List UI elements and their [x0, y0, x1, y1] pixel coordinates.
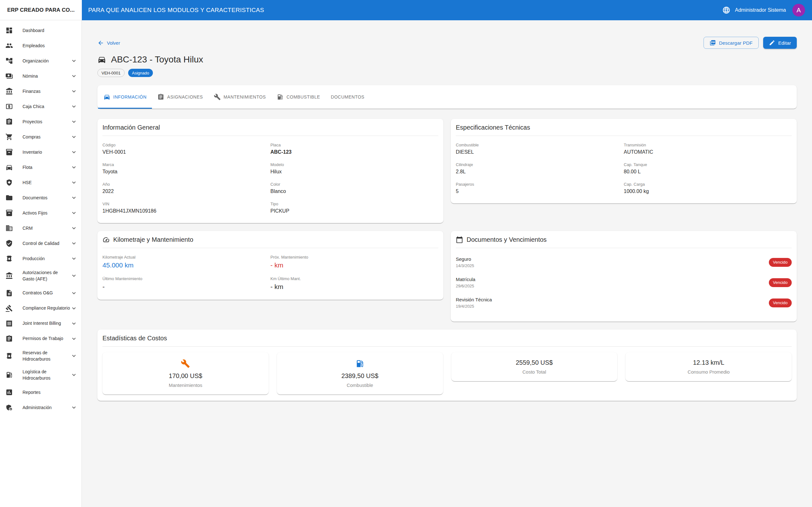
sidebar-item-flota[interactable]: Flota: [0, 160, 82, 175]
stats-row: 170,00 US$ Mantenimientos 2389,50 US$ Co…: [97, 347, 797, 401]
field-value: Blanco: [270, 188, 439, 194]
sidebar-item-hse[interactable]: HSE: [0, 175, 82, 190]
tech-specs-card: Especificaciones Técnicas Combustible DI…: [451, 119, 797, 204]
card-header: Especificaciones Técnicas: [451, 119, 797, 135]
sidebar-item-label: Organización: [22, 58, 70, 64]
sidebar-item-contratos-og[interactable]: Contratos O&G: [0, 285, 82, 301]
sidebar-item-label: Control de Calidad: [22, 240, 70, 246]
avatar[interactable]: A: [792, 4, 805, 16]
sidebar-item-jib[interactable]: Joint Interest Billing: [0, 316, 82, 331]
field-label: VIN: [102, 202, 270, 206]
field-label: Cap. Tanque: [624, 162, 792, 167]
sidebar-item-label: Compras: [22, 134, 70, 140]
sidebar-item-finanzas[interactable]: Finanzas: [0, 83, 82, 99]
field-label: Pasajeros: [456, 182, 624, 187]
chevron-down-icon: [70, 320, 78, 327]
document-name: Matrícula: [456, 277, 475, 282]
chevron-down-icon: [70, 149, 78, 156]
field-label: Combustible: [456, 143, 624, 147]
back-label: Volver: [107, 40, 120, 46]
back-link[interactable]: Volver: [97, 40, 120, 46]
field-placa: Placa ABC-123: [270, 143, 439, 155]
sidebar-item-label: Nómina: [22, 73, 70, 79]
sidebar-item-documentos[interactable]: Documentos: [0, 190, 82, 205]
field-transmision: Transmisión AUTOMATIC: [624, 143, 792, 155]
sidebar-item-compras[interactable]: Compras: [0, 129, 82, 145]
sidebar-item-organizacion[interactable]: Organización: [0, 53, 82, 68]
vehicle-code-chip: VEH-0001: [97, 69, 125, 77]
appbar-subtitle: PARA QUE ANALICEN LOS MODULOS Y CARACTER…: [88, 7, 264, 14]
field-value: 5: [456, 188, 624, 194]
field-value: 45.000 km: [102, 262, 270, 269]
sidebar-item-inventario[interactable]: Inventario: [0, 145, 82, 160]
sidebar-item-label: Documentos: [22, 194, 70, 201]
sidebar-item-control-calidad[interactable]: Control de Calidad: [0, 236, 82, 251]
chevron-down-icon: [70, 164, 78, 171]
field-km-actual: Kilometraje Actual 45.000 km: [102, 255, 270, 269]
field-ultimo-mant: Último Mantenimiento -: [102, 276, 270, 291]
avatar-initial: A: [797, 7, 801, 14]
tab-informacion[interactable]: INFORMACIÓN: [98, 85, 152, 109]
field-prox-mant: Próx. Mantenimiento - km: [270, 255, 439, 269]
sidebar-item-activos-fijos[interactable]: Activos Fijos: [0, 205, 82, 221]
sidebar-item-caja-chica[interactable]: Caja Chica: [0, 99, 82, 114]
field-anio: Año 2022: [102, 182, 270, 194]
field-marca: Marca Toyota: [102, 162, 270, 175]
sidebar-item-afe[interactable]: Autorizaciones de Gasto (AFE): [0, 266, 82, 285]
chevron-down-icon: [70, 352, 78, 359]
fuel-pump-icon: [5, 371, 13, 379]
sidebar-item-compliance[interactable]: Compliance Regulatorio: [0, 301, 82, 316]
tab-documentos[interactable]: DOCUMENTOS: [325, 85, 370, 109]
page-header-row: Volver Descargar PDF Editar: [97, 37, 797, 49]
globe-icon[interactable]: [722, 6, 730, 14]
sidebar-item-permisos[interactable]: Permisos de Trabajo: [0, 331, 82, 346]
header-actions: Descargar PDF Editar: [704, 37, 797, 49]
field-label: Tipo: [270, 202, 439, 206]
field-codigo: Código VEH-0001: [102, 143, 270, 155]
verified-shield-icon: [5, 239, 13, 247]
cash-icon: [5, 103, 13, 110]
car-icon: [103, 94, 110, 101]
sidebar-item-logistica[interactable]: Logística de Hidrocarburos: [0, 365, 82, 385]
chevron-down-icon: [70, 255, 78, 262]
chevron-down-icon: [70, 404, 78, 411]
sidebar-item-reservas[interactable]: Reservas de Hidrocarburos: [0, 346, 82, 366]
tab-label: DOCUMENTOS: [331, 95, 364, 100]
field-color: Color Blanco: [270, 182, 439, 194]
sidebar-item-proyectos[interactable]: Proyectos: [0, 114, 82, 129]
clipboard-icon: [157, 94, 164, 101]
wrench-icon: [214, 94, 221, 101]
sidebar-item-produccion[interactable]: Producción: [0, 251, 82, 266]
appbar: PARA QUE ANALICEN LOS MODULOS Y CARACTER…: [82, 0, 812, 20]
tab-combustible[interactable]: COMBUSTIBLE: [271, 85, 325, 109]
bank-icon: [5, 88, 13, 95]
sidebar-item-label: Logística de Hidrocarburos: [22, 369, 70, 382]
chevron-down-icon: [70, 272, 78, 279]
sidebar-item-administracion[interactable]: Administración: [0, 400, 82, 415]
document-info: Seguro 14/3/2025: [456, 257, 474, 268]
sidebar-item-dashboard[interactable]: Dashboard: [0, 23, 82, 38]
tab-asignaciones[interactable]: ASIGNACIONES: [152, 85, 208, 109]
field-cap-tanque: Cap. Tanque 80.00 L: [624, 162, 792, 175]
sidebar-item-crm[interactable]: CRM: [0, 221, 82, 236]
field-value: ABC-123: [270, 149, 439, 155]
document-date: 14/3/2025: [456, 263, 474, 268]
document-date: 19/4/2025: [456, 304, 492, 308]
sidebar-item-empleados[interactable]: Empleados: [0, 38, 82, 53]
sidebar-item-label: Joint Interest Billing: [22, 320, 70, 326]
field-label: Cap. Carga: [624, 182, 792, 187]
field-value: 1000.00 kg: [624, 188, 792, 194]
sidebar-item-reportes[interactable]: Reportes: [0, 385, 82, 400]
document-icon: [5, 289, 13, 297]
download-pdf-button[interactable]: Descargar PDF: [704, 37, 759, 49]
health-shield-icon: [5, 179, 13, 186]
stat-value: 2559,50 US$: [456, 359, 613, 366]
sidebar-item-label: Empleados: [22, 43, 78, 49]
tab-mantenimientos[interactable]: MANTENIMIENTOS: [208, 85, 271, 109]
field-value: Hilux: [270, 169, 439, 175]
edit-button[interactable]: Editar: [763, 37, 797, 49]
document-date: 29/6/2025: [456, 284, 475, 288]
clipboard-icon: [5, 335, 13, 343]
sidebar-item-nomina[interactable]: Nómina: [0, 68, 82, 83]
sidebar-item-label: Flota: [22, 164, 70, 170]
